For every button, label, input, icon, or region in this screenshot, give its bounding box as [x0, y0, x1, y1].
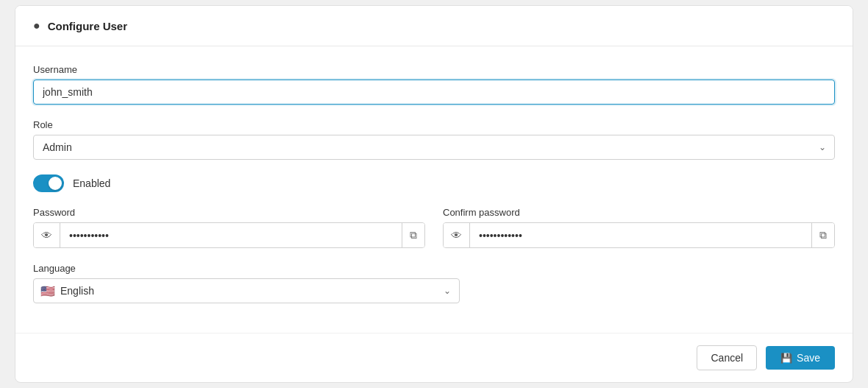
password-input[interactable]	[60, 224, 402, 247]
role-select-wrapper: Admin User Moderator Viewer ⌄	[33, 135, 835, 160]
confirm-password-input[interactable]	[470, 224, 811, 247]
role-label: Role	[33, 119, 835, 130]
save-icon: 💾	[780, 353, 792, 364]
copy-icon: ⧉	[410, 229, 417, 241]
role-select[interactable]: Admin User Moderator Viewer	[33, 135, 835, 160]
password-group: Password 👁 ⧉	[33, 207, 425, 248]
eye-icon: 👁	[451, 229, 462, 241]
card-body: Username Role Admin User Moderator Viewe…	[15, 46, 853, 333]
eye-icon: 👁	[41, 229, 52, 241]
confirm-password-group: Confirm password 👁 ⧉	[443, 207, 835, 248]
enabled-label: Enabled	[73, 177, 110, 189]
card-header: ● Configure User	[15, 6, 853, 46]
confirm-password-copy-button[interactable]: ⧉	[811, 223, 834, 247]
password-copy-button[interactable]: ⧉	[402, 223, 424, 247]
card-footer: Cancel 💾 Save	[15, 333, 853, 382]
enabled-row: Enabled	[33, 174, 835, 192]
username-label: Username	[33, 64, 835, 75]
copy-icon: ⧉	[819, 229, 827, 241]
password-label: Password	[33, 207, 425, 218]
confirm-password-visibility-toggle[interactable]: 👁	[444, 223, 470, 247]
password-input-wrapper: 👁 ⧉	[33, 222, 425, 248]
password-visibility-toggle[interactable]: 👁	[34, 223, 60, 247]
page-title: Configure User	[48, 20, 127, 32]
save-label: Save	[797, 352, 820, 364]
username-group: Username	[33, 64, 835, 105]
username-input[interactable]	[33, 80, 835, 105]
user-icon: ●	[33, 19, 40, 32]
password-row: Password 👁 ⧉ Confirm password 👁	[33, 207, 835, 248]
save-button[interactable]: 💾 Save	[766, 346, 835, 370]
language-label: Language	[33, 263, 835, 274]
confirm-password-input-wrapper: 👁 ⧉	[443, 222, 835, 248]
language-select[interactable]: English Spanish French German	[33, 278, 460, 303]
confirm-password-label: Confirm password	[443, 207, 835, 218]
configure-user-card: ● Configure User Username Role Admin Use…	[15, 5, 853, 383]
cancel-button[interactable]: Cancel	[697, 345, 757, 370]
language-select-wrapper: 🇺🇸 English Spanish French German ⌄	[33, 278, 460, 303]
role-group: Role Admin User Moderator Viewer ⌄	[33, 119, 835, 160]
toggle-slider	[33, 174, 64, 192]
enabled-toggle[interactable]	[33, 174, 64, 192]
language-group: Language 🇺🇸 English Spanish French Germa…	[33, 263, 835, 303]
